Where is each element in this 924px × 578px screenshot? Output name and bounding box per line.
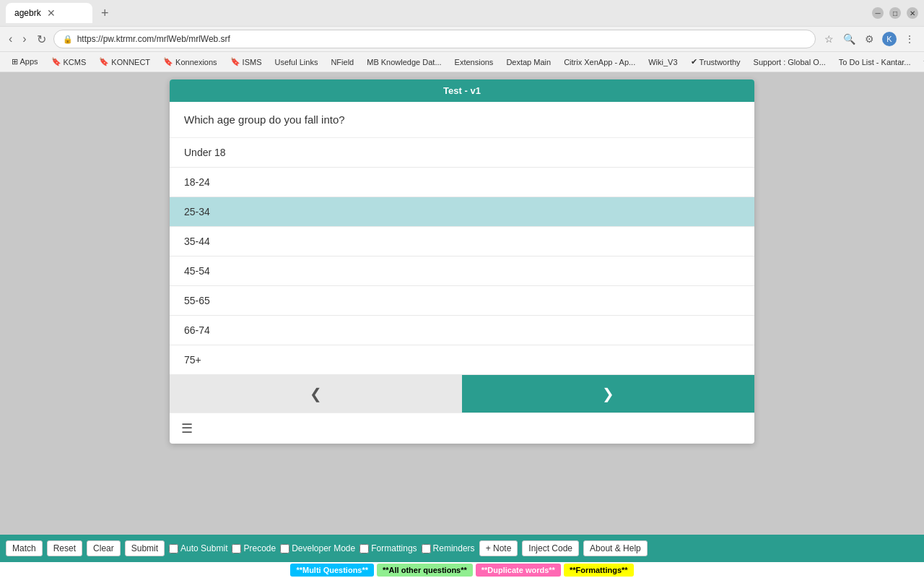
bookmarks-bar: ⊞ Apps 🔖 KCMS 🔖 KONNECT 🔖 Konnexions 🔖 I… bbox=[0, 52, 924, 72]
option-75plus[interactable]: 75+ bbox=[170, 345, 754, 375]
forward-button[interactable]: › bbox=[19, 31, 29, 47]
option-66-74[interactable]: 66-74 bbox=[170, 316, 754, 345]
bookmark-kcms[interactable]: 🔖 KCMS bbox=[45, 56, 92, 68]
formattings-label: Formattings bbox=[371, 543, 417, 553]
auto-submit-checkbox[interactable] bbox=[169, 544, 178, 553]
precode-checkbox[interactable] bbox=[232, 544, 241, 553]
labels-row: **Multi Questions** **All other question… bbox=[0, 562, 924, 578]
bookmark-trustworthy[interactable]: ✔ Trustworthy bbox=[685, 56, 746, 68]
about-help-button[interactable]: About & Help bbox=[583, 540, 648, 556]
hamburger-icon[interactable]: ☰ bbox=[181, 421, 193, 436]
trustworthy-label: Trustworthy bbox=[699, 58, 741, 66]
option-18-24-label: 18-24 bbox=[184, 176, 210, 188]
options-list: Under 18 18-24 25-34 35-44 45-54 55-65 6… bbox=[170, 138, 754, 375]
back-button[interactable]: ‹ bbox=[6, 31, 15, 47]
survey-navigation: ❮ ❯ bbox=[170, 375, 754, 413]
bookmark-todo[interactable]: To Do List - Kantar... bbox=[833, 56, 917, 68]
option-18-24[interactable]: 18-24 bbox=[170, 168, 754, 197]
option-under18[interactable]: Under 18 bbox=[170, 138, 754, 168]
option-45-54[interactable]: 45-54 bbox=[170, 256, 754, 286]
survey-header: Test - v1 bbox=[170, 79, 754, 102]
bottom-toolbar-wrapper: Match Reset Clear Submit Auto Submit Pre… bbox=[0, 535, 924, 578]
page-content: Test - v1 Which age group do you fall in… bbox=[0, 72, 924, 444]
bookmark-nfield[interactable]: NField bbox=[325, 56, 359, 68]
formattings-tag[interactable]: **Formattings** bbox=[564, 564, 634, 577]
trustworthy-icon: ✔ bbox=[691, 57, 697, 66]
bookmark-apps[interactable]: ⊞ Apps bbox=[6, 56, 44, 68]
prev-icon: ❮ bbox=[310, 385, 322, 402]
tab-close-icon[interactable]: ✕ bbox=[47, 7, 56, 19]
mb-knowledge-label: MB Knowledge Dat... bbox=[367, 58, 441, 66]
useful-links-label: Useful Links bbox=[275, 58, 318, 66]
extensions-icon[interactable]: ⚙ bbox=[860, 30, 878, 48]
all-other-questions-tag[interactable]: **All other questions** bbox=[377, 564, 473, 577]
formattings-checkbox[interactable] bbox=[359, 544, 369, 553]
bookmark-konnexions[interactable]: 🔖 Konnexions bbox=[157, 56, 223, 68]
auto-submit-label: Auto Submit bbox=[180, 543, 227, 553]
bookmark-useful-links[interactable]: Useful Links bbox=[269, 56, 324, 68]
auto-submit-group: Auto Submit bbox=[169, 543, 227, 553]
option-35-44-label: 35-44 bbox=[184, 236, 210, 247]
bookmark-wiki[interactable]: Wiki_V3 bbox=[642, 56, 683, 68]
formattings-group: Formattings bbox=[359, 543, 417, 553]
reset-button[interactable]: Reset bbox=[47, 540, 82, 556]
note-button[interactable]: + Note bbox=[479, 540, 518, 556]
prev-button[interactable]: ❮ bbox=[170, 375, 462, 413]
wiki-label: Wiki_V3 bbox=[648, 58, 677, 66]
inject-code-button[interactable]: Inject Code bbox=[522, 540, 579, 556]
citrix-label: Citrix XenApp - Ap... bbox=[564, 58, 635, 66]
isms-icon: 🔖 bbox=[230, 57, 240, 66]
bookmark-extensions[interactable]: Extensions bbox=[449, 56, 500, 68]
bookmark-dextap[interactable]: Dextap Main bbox=[500, 56, 557, 68]
konnexions-icon: 🔖 bbox=[163, 57, 173, 66]
question-text: Which age group do you fall into? bbox=[170, 102, 754, 138]
search-icon[interactable]: 🔍 bbox=[840, 30, 858, 48]
survey-container: Test - v1 Which age group do you fall in… bbox=[170, 79, 754, 444]
minimize-button[interactable]: ─ bbox=[872, 7, 884, 19]
bookmark-citrix[interactable]: Citrix XenApp - Ap... bbox=[558, 56, 641, 68]
bookmark-konnect[interactable]: 🔖 KONNECT bbox=[93, 56, 156, 68]
option-45-54-label: 45-54 bbox=[184, 265, 210, 277]
profile-icon[interactable]: K bbox=[881, 30, 898, 48]
konnect-icon: 🔖 bbox=[99, 57, 109, 66]
clear-button[interactable]: Clear bbox=[87, 540, 121, 556]
browser-tab[interactable]: agebrk ✕ bbox=[6, 3, 92, 23]
new-tab-button[interactable]: + bbox=[95, 6, 115, 21]
match-button[interactable]: Match bbox=[6, 540, 43, 556]
multi-questions-tag[interactable]: **Multi Questions** bbox=[290, 564, 374, 577]
apps-label: ⊞ Apps bbox=[12, 57, 38, 66]
next-icon: ❯ bbox=[602, 385, 614, 402]
close-button[interactable]: ✕ bbox=[907, 7, 918, 19]
nfield-label: NField bbox=[331, 58, 354, 66]
bookmark-support[interactable]: Support : Global O... bbox=[748, 56, 832, 68]
bookmark-mb-knowledge[interactable]: MB Knowledge Dat... bbox=[361, 56, 447, 68]
submit-button[interactable]: Submit bbox=[125, 540, 165, 556]
navigation-bar: ‹ › ↻ 🔒 https://pw.ktrmr.com/mrlWeb/mrlW… bbox=[0, 26, 924, 52]
option-55-65[interactable]: 55-65 bbox=[170, 286, 754, 316]
avatar: K bbox=[882, 32, 897, 46]
maximize-button[interactable]: □ bbox=[889, 7, 901, 19]
next-button[interactable]: ❯ bbox=[462, 375, 754, 413]
konnect-label: KONNECT bbox=[111, 58, 150, 66]
lock-icon: 🔒 bbox=[63, 35, 73, 44]
developer-mode-label: Developer Mode bbox=[292, 543, 355, 553]
address-bar[interactable]: 🔒 https://pw.ktrmr.com/mrlWeb/mrlWeb.srf bbox=[53, 30, 816, 48]
precode-group: Precode bbox=[232, 543, 276, 553]
bookmark-star-icon[interactable]: ☆ bbox=[820, 30, 837, 48]
bookmark-flexso[interactable]: flexso.kt.group.loc... bbox=[918, 56, 924, 68]
option-25-34[interactable]: 25-34 bbox=[170, 197, 754, 227]
option-75plus-label: 75+ bbox=[184, 354, 201, 366]
bookmark-isms[interactable]: 🔖 ISMS bbox=[225, 56, 268, 68]
option-35-44[interactable]: 35-44 bbox=[170, 227, 754, 256]
duplicate-words-tag[interactable]: **Duplicate words** bbox=[476, 564, 561, 577]
kcms-label: KCMS bbox=[64, 58, 87, 66]
menu-icon[interactable]: ⋮ bbox=[901, 30, 918, 48]
reload-button[interactable]: ↻ bbox=[34, 31, 49, 48]
reminders-label: Reminders bbox=[433, 543, 475, 553]
developer-mode-group: Developer Mode bbox=[280, 543, 355, 553]
window-controls: ─ □ ✕ bbox=[872, 7, 918, 19]
reminders-checkbox[interactable] bbox=[422, 544, 431, 553]
option-66-74-label: 66-74 bbox=[184, 324, 210, 336]
precode-label: Precode bbox=[243, 543, 276, 553]
developer-mode-checkbox[interactable] bbox=[280, 544, 289, 553]
